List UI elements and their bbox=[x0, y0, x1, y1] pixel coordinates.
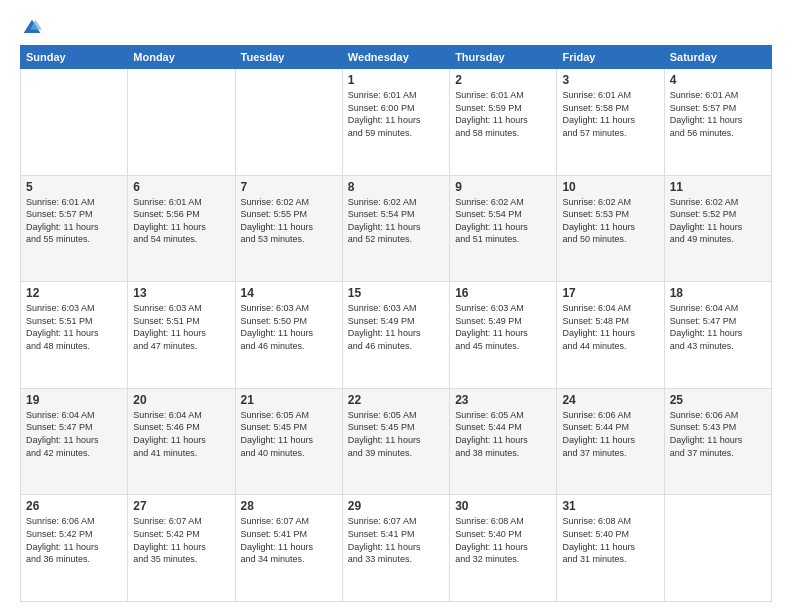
cell-daylight-text: Sunrise: 6:01 AM Sunset: 6:00 PM Dayligh… bbox=[348, 89, 444, 139]
cell-daylight-text: Sunrise: 6:04 AM Sunset: 5:48 PM Dayligh… bbox=[562, 302, 658, 352]
cell-daylight-text: Sunrise: 6:01 AM Sunset: 5:57 PM Dayligh… bbox=[26, 196, 122, 246]
day-number: 18 bbox=[670, 286, 766, 300]
cell-daylight-text: Sunrise: 6:03 AM Sunset: 5:50 PM Dayligh… bbox=[241, 302, 337, 352]
day-number: 15 bbox=[348, 286, 444, 300]
day-number: 12 bbox=[26, 286, 122, 300]
calendar-cell bbox=[235, 69, 342, 176]
calendar-cell: 20Sunrise: 6:04 AM Sunset: 5:46 PM Dayli… bbox=[128, 388, 235, 495]
cell-daylight-text: Sunrise: 6:07 AM Sunset: 5:42 PM Dayligh… bbox=[133, 515, 229, 565]
cell-daylight-text: Sunrise: 6:06 AM Sunset: 5:44 PM Dayligh… bbox=[562, 409, 658, 459]
calendar-cell: 25Sunrise: 6:06 AM Sunset: 5:43 PM Dayli… bbox=[664, 388, 771, 495]
calendar-cell: 4Sunrise: 6:01 AM Sunset: 5:57 PM Daylig… bbox=[664, 69, 771, 176]
calendar-cell: 13Sunrise: 6:03 AM Sunset: 5:51 PM Dayli… bbox=[128, 282, 235, 389]
day-number: 25 bbox=[670, 393, 766, 407]
day-number: 8 bbox=[348, 180, 444, 194]
calendar-cell: 27Sunrise: 6:07 AM Sunset: 5:42 PM Dayli… bbox=[128, 495, 235, 602]
day-number: 31 bbox=[562, 499, 658, 513]
week-row-2: 5Sunrise: 6:01 AM Sunset: 5:57 PM Daylig… bbox=[21, 175, 772, 282]
col-header-wednesday: Wednesday bbox=[342, 46, 449, 69]
calendar-cell: 14Sunrise: 6:03 AM Sunset: 5:50 PM Dayli… bbox=[235, 282, 342, 389]
cell-daylight-text: Sunrise: 6:04 AM Sunset: 5:46 PM Dayligh… bbox=[133, 409, 229, 459]
day-number: 24 bbox=[562, 393, 658, 407]
day-number: 10 bbox=[562, 180, 658, 194]
calendar-cell: 19Sunrise: 6:04 AM Sunset: 5:47 PM Dayli… bbox=[21, 388, 128, 495]
day-number: 11 bbox=[670, 180, 766, 194]
cell-daylight-text: Sunrise: 6:03 AM Sunset: 5:49 PM Dayligh… bbox=[348, 302, 444, 352]
calendar-cell: 11Sunrise: 6:02 AM Sunset: 5:52 PM Dayli… bbox=[664, 175, 771, 282]
calendar-cell: 16Sunrise: 6:03 AM Sunset: 5:49 PM Dayli… bbox=[450, 282, 557, 389]
day-number: 27 bbox=[133, 499, 229, 513]
col-header-monday: Monday bbox=[128, 46, 235, 69]
cell-daylight-text: Sunrise: 6:04 AM Sunset: 5:47 PM Dayligh… bbox=[26, 409, 122, 459]
cell-daylight-text: Sunrise: 6:01 AM Sunset: 5:59 PM Dayligh… bbox=[455, 89, 551, 139]
day-number: 16 bbox=[455, 286, 551, 300]
calendar-header-row: SundayMondayTuesdayWednesdayThursdayFrid… bbox=[21, 46, 772, 69]
week-row-1: 1Sunrise: 6:01 AM Sunset: 6:00 PM Daylig… bbox=[21, 69, 772, 176]
day-number: 20 bbox=[133, 393, 229, 407]
calendar-cell: 28Sunrise: 6:07 AM Sunset: 5:41 PM Dayli… bbox=[235, 495, 342, 602]
calendar-cell: 22Sunrise: 6:05 AM Sunset: 5:45 PM Dayli… bbox=[342, 388, 449, 495]
cell-daylight-text: Sunrise: 6:05 AM Sunset: 5:45 PM Dayligh… bbox=[348, 409, 444, 459]
day-number: 29 bbox=[348, 499, 444, 513]
cell-daylight-text: Sunrise: 6:02 AM Sunset: 5:55 PM Dayligh… bbox=[241, 196, 337, 246]
day-number: 22 bbox=[348, 393, 444, 407]
calendar-table: SundayMondayTuesdayWednesdayThursdayFrid… bbox=[20, 45, 772, 602]
logo-icon bbox=[22, 18, 42, 38]
calendar-cell bbox=[21, 69, 128, 176]
page: SundayMondayTuesdayWednesdayThursdayFrid… bbox=[0, 0, 792, 612]
calendar-cell bbox=[128, 69, 235, 176]
logo bbox=[20, 18, 42, 39]
calendar-cell: 31Sunrise: 6:08 AM Sunset: 5:40 PM Dayli… bbox=[557, 495, 664, 602]
day-number: 1 bbox=[348, 73, 444, 87]
calendar-cell: 8Sunrise: 6:02 AM Sunset: 5:54 PM Daylig… bbox=[342, 175, 449, 282]
day-number: 19 bbox=[26, 393, 122, 407]
day-number: 23 bbox=[455, 393, 551, 407]
cell-daylight-text: Sunrise: 6:01 AM Sunset: 5:57 PM Dayligh… bbox=[670, 89, 766, 139]
day-number: 14 bbox=[241, 286, 337, 300]
calendar-cell: 9Sunrise: 6:02 AM Sunset: 5:54 PM Daylig… bbox=[450, 175, 557, 282]
day-number: 17 bbox=[562, 286, 658, 300]
calendar-cell: 3Sunrise: 6:01 AM Sunset: 5:58 PM Daylig… bbox=[557, 69, 664, 176]
cell-daylight-text: Sunrise: 6:08 AM Sunset: 5:40 PM Dayligh… bbox=[562, 515, 658, 565]
col-header-tuesday: Tuesday bbox=[235, 46, 342, 69]
col-header-saturday: Saturday bbox=[664, 46, 771, 69]
col-header-sunday: Sunday bbox=[21, 46, 128, 69]
cell-daylight-text: Sunrise: 6:04 AM Sunset: 5:47 PM Dayligh… bbox=[670, 302, 766, 352]
calendar-cell: 23Sunrise: 6:05 AM Sunset: 5:44 PM Dayli… bbox=[450, 388, 557, 495]
cell-daylight-text: Sunrise: 6:03 AM Sunset: 5:51 PM Dayligh… bbox=[133, 302, 229, 352]
calendar-cell: 26Sunrise: 6:06 AM Sunset: 5:42 PM Dayli… bbox=[21, 495, 128, 602]
calendar-cell: 29Sunrise: 6:07 AM Sunset: 5:41 PM Dayli… bbox=[342, 495, 449, 602]
cell-daylight-text: Sunrise: 6:06 AM Sunset: 5:43 PM Dayligh… bbox=[670, 409, 766, 459]
cell-daylight-text: Sunrise: 6:01 AM Sunset: 5:56 PM Dayligh… bbox=[133, 196, 229, 246]
cell-daylight-text: Sunrise: 6:02 AM Sunset: 5:52 PM Dayligh… bbox=[670, 196, 766, 246]
day-number: 28 bbox=[241, 499, 337, 513]
calendar-cell: 6Sunrise: 6:01 AM Sunset: 5:56 PM Daylig… bbox=[128, 175, 235, 282]
calendar-cell: 5Sunrise: 6:01 AM Sunset: 5:57 PM Daylig… bbox=[21, 175, 128, 282]
header bbox=[20, 16, 772, 39]
col-header-friday: Friday bbox=[557, 46, 664, 69]
calendar-cell: 1Sunrise: 6:01 AM Sunset: 6:00 PM Daylig… bbox=[342, 69, 449, 176]
calendar-cell: 12Sunrise: 6:03 AM Sunset: 5:51 PM Dayli… bbox=[21, 282, 128, 389]
cell-daylight-text: Sunrise: 6:02 AM Sunset: 5:54 PM Dayligh… bbox=[348, 196, 444, 246]
calendar-cell: 2Sunrise: 6:01 AM Sunset: 5:59 PM Daylig… bbox=[450, 69, 557, 176]
calendar-cell: 15Sunrise: 6:03 AM Sunset: 5:49 PM Dayli… bbox=[342, 282, 449, 389]
cell-daylight-text: Sunrise: 6:08 AM Sunset: 5:40 PM Dayligh… bbox=[455, 515, 551, 565]
week-row-5: 26Sunrise: 6:06 AM Sunset: 5:42 PM Dayli… bbox=[21, 495, 772, 602]
week-row-3: 12Sunrise: 6:03 AM Sunset: 5:51 PM Dayli… bbox=[21, 282, 772, 389]
calendar-cell: 10Sunrise: 6:02 AM Sunset: 5:53 PM Dayli… bbox=[557, 175, 664, 282]
cell-daylight-text: Sunrise: 6:03 AM Sunset: 5:51 PM Dayligh… bbox=[26, 302, 122, 352]
day-number: 7 bbox=[241, 180, 337, 194]
calendar-cell: 21Sunrise: 6:05 AM Sunset: 5:45 PM Dayli… bbox=[235, 388, 342, 495]
week-row-4: 19Sunrise: 6:04 AM Sunset: 5:47 PM Dayli… bbox=[21, 388, 772, 495]
day-number: 3 bbox=[562, 73, 658, 87]
day-number: 21 bbox=[241, 393, 337, 407]
day-number: 6 bbox=[133, 180, 229, 194]
cell-daylight-text: Sunrise: 6:05 AM Sunset: 5:45 PM Dayligh… bbox=[241, 409, 337, 459]
calendar-cell bbox=[664, 495, 771, 602]
cell-daylight-text: Sunrise: 6:02 AM Sunset: 5:54 PM Dayligh… bbox=[455, 196, 551, 246]
calendar-cell: 17Sunrise: 6:04 AM Sunset: 5:48 PM Dayli… bbox=[557, 282, 664, 389]
cell-daylight-text: Sunrise: 6:05 AM Sunset: 5:44 PM Dayligh… bbox=[455, 409, 551, 459]
calendar-cell: 24Sunrise: 6:06 AM Sunset: 5:44 PM Dayli… bbox=[557, 388, 664, 495]
calendar-cell: 18Sunrise: 6:04 AM Sunset: 5:47 PM Dayli… bbox=[664, 282, 771, 389]
day-number: 4 bbox=[670, 73, 766, 87]
